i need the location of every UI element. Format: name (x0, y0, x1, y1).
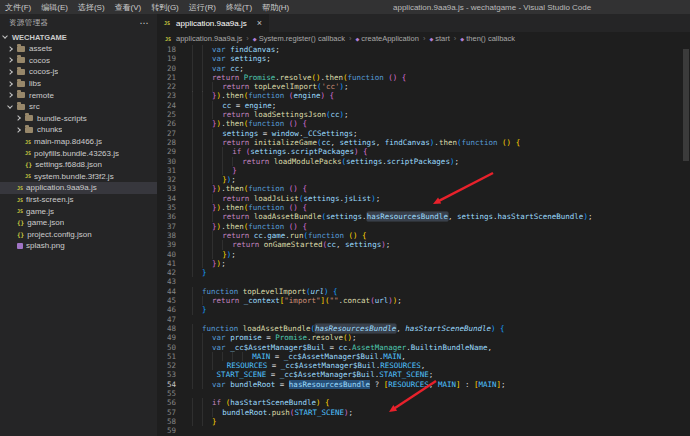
menu-item[interactable]: 转到(G) (146, 0, 184, 14)
tree-item-cocos-js[interactable]: cocos-js (0, 66, 157, 78)
code-token: var (212, 64, 230, 73)
code-line[interactable]: 56 if (hasStartSceneBundle) { (157, 398, 690, 407)
code-line[interactable]: 23 }).then(function (engine) { (157, 91, 690, 100)
code-line[interactable]: 32 }); (157, 175, 690, 184)
code-line[interactable]: 29 if (settings.scriptPackages) { (157, 147, 690, 156)
code-line[interactable]: 19 var settings; (157, 54, 690, 63)
menu-item[interactable]: 帮助(H) (257, 0, 294, 14)
code-line[interactable]: 18 var findCanvas; (157, 45, 690, 54)
tree-item-game.json[interactable]: {}game.json (0, 217, 157, 229)
tree-item-application.9aa9a.js[interactable]: JSapplication.9aa9a.js (0, 182, 157, 194)
line-number: 42 (157, 268, 183, 277)
tree-item-main-map.8d466.js[interactable]: JSmain-map.8d466.js (0, 136, 157, 148)
tree-item-splash.png[interactable]: splash.png (0, 240, 157, 252)
breadcrumb-item[interactable]: ◆then() callback (460, 34, 515, 43)
code-line[interactable]: 50 var _cc$AssetManager$Buil = cc.AssetM… (157, 343, 690, 352)
method-icon: ◆ (355, 36, 359, 42)
indent-guide (183, 231, 192, 240)
code-line[interactable]: 44 function topLevelImport(url) { (157, 287, 690, 296)
indent-guide (212, 129, 222, 138)
code-line[interactable]: 54 var bundleRoot = hasResourcesBundle ?… (157, 380, 690, 389)
menu-item[interactable]: 文件(F) (0, 0, 36, 14)
code-line[interactable]: 39 return onGameStarted(cc, settings); (157, 240, 690, 249)
tree-item-system.bundle.3f3f2.js[interactable]: JSsystem.bundle.3f3f2.js (0, 171, 157, 183)
code-line[interactable]: 20 var cc; (157, 64, 690, 73)
code-line[interactable]: 41 }); (157, 259, 690, 268)
close-icon[interactable]: × (257, 18, 262, 28)
code-line[interactable]: 53 START_SCENE = _cc$AssetManager$Buil.S… (157, 370, 690, 379)
tree-item-polyfills.bundle.43263.js[interactable]: JSpolyfills.bundle.43263.js (0, 147, 157, 159)
line-number: 32 (157, 175, 183, 184)
menu-item[interactable]: 查看(V) (110, 0, 147, 14)
code-line[interactable]: 59 (157, 426, 690, 435)
code-line[interactable]: 40 }); (157, 250, 690, 259)
menu-item[interactable]: 运行(R) (184, 0, 221, 14)
code-token: () (349, 231, 363, 240)
code-line[interactable]: 35 }).then(function () { (157, 203, 690, 212)
code-line[interactable]: 25 return loadSettingsJson(cc); (157, 110, 690, 119)
breadcrumb-item[interactable]: ◆start (429, 34, 449, 43)
code-line[interactable]: 42 } (157, 268, 690, 277)
code-line[interactable]: 21 return Promise.resolve().then(functio… (157, 73, 690, 82)
menu-item[interactable]: 终端(T) (221, 0, 257, 14)
tree-item-project.config.json[interactable]: {}project.config.json (0, 229, 157, 241)
line-number: 39 (157, 240, 183, 249)
code-line[interactable]: 22 return topLevelImport('cc'); (157, 82, 690, 91)
menu-item[interactable]: 选择(S) (73, 0, 110, 14)
code-token: url (375, 296, 389, 305)
code-line[interactable]: 27 settings = window._CCSettings; (157, 129, 690, 138)
code-line[interactable]: 51 MAIN = _cc$AssetManager$Buil.MAIN, (157, 352, 690, 361)
code-line[interactable]: 31 } (157, 166, 690, 175)
breadcrumb-item[interactable]: JSapplication.9aa9a.js (165, 34, 242, 43)
code-line[interactable]: 34 return loadJsList(settings.jsList); (157, 194, 690, 203)
breadcrumb-item[interactable]: ◆System.register() callback (253, 34, 345, 43)
code-line[interactable]: 30 return loadModulePacks(settings.scrip… (157, 157, 690, 166)
tab-application-9aa9a-js[interactable]: JS application.9aa9a.js × (157, 14, 269, 32)
code-line[interactable]: 38 return cc.game.run(function () { (157, 231, 690, 240)
code-line[interactable]: 36 return loadAssetBundle(settings.hasRe… (157, 212, 690, 221)
tree-item-cocos[interactable]: cocos (0, 55, 157, 67)
tree-item-first-screen.js[interactable]: JSfirst-screen.js (0, 194, 157, 206)
scrollbar-thumb[interactable] (683, 49, 689, 161)
code-token: bundleRoot (222, 408, 267, 417)
code-line[interactable]: 58 } (157, 417, 690, 426)
code-line[interactable]: 26 }).then(function () { (157, 119, 690, 128)
indent-guide (183, 240, 192, 249)
indent-guide (212, 82, 222, 91)
menu-item[interactable]: 编辑(E) (36, 0, 73, 14)
js-file-icon: JS (17, 197, 23, 203)
more-actions-icon[interactable]: ⋯ (140, 18, 149, 28)
code-line[interactable]: 49 var promise = Promise.resolve(); (157, 333, 690, 342)
code-line[interactable]: 33 }).then(function () { (157, 184, 690, 193)
tree-item-libs[interactable]: libs (0, 78, 157, 90)
tree-item-bundle-scripts[interactable]: bundle-scripts (0, 113, 157, 125)
code-editor[interactable]: 18 var findCanvas;19 var settings;20 var… (157, 45, 690, 436)
indent-guide (183, 222, 192, 231)
code-line[interactable]: 47 (157, 315, 690, 324)
indent-guide (192, 268, 202, 277)
workspace-section-header[interactable]: WECHATGAME (0, 31, 157, 43)
indent-guide (183, 250, 192, 259)
code-line[interactable]: 48 function loadAssetBundle(hasResources… (157, 324, 690, 333)
code-line[interactable]: 52 RESOURCES = _cc$AssetManager$Buil.RES… (157, 361, 690, 370)
indent-guide (202, 64, 212, 73)
code-line[interactable]: 43 (157, 277, 690, 286)
chevron-right-icon (7, 69, 13, 75)
code-line[interactable]: 55 (157, 389, 690, 398)
tree-item-settings.f68d8.json[interactable]: {}settings.f68d8.json (0, 159, 157, 171)
tree-item-assets[interactable]: assets (0, 43, 157, 55)
code-line[interactable]: 24 cc = engine; (157, 101, 690, 110)
code-line[interactable]: 45 return _context["import"]("".concat(u… (157, 296, 690, 305)
code-line[interactable]: 46 } (157, 305, 690, 314)
tree-item-remote[interactable]: remote (0, 89, 157, 101)
code-line[interactable]: 57 bundleRoot.push(START_SCENE); (157, 408, 690, 417)
code-line-content: }); (183, 250, 236, 259)
code-token: ? (370, 380, 384, 389)
tree-item-game.js[interactable]: JSgame.js (0, 205, 157, 217)
breadcrumb-item[interactable]: ◆createApplication (355, 34, 418, 43)
code-token: = (262, 333, 276, 342)
code-line[interactable]: 28 return initializeGame(cc, settings, f… (157, 138, 690, 147)
tree-item-src[interactable]: src (0, 101, 157, 113)
code-line[interactable]: 37 }).then(function () { (157, 222, 690, 231)
tree-item-chunks[interactable]: chunks (0, 124, 157, 136)
